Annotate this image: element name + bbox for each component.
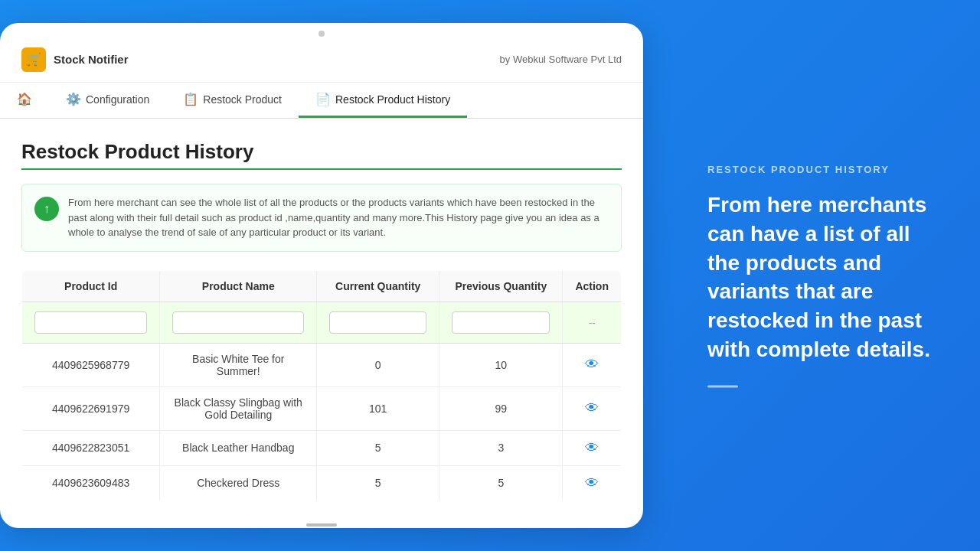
row-1-action: 👁 [563, 386, 622, 430]
row-3-col-1: Checkered Dress [160, 465, 317, 500]
col-product-id: Product Id [22, 270, 160, 302]
company-credit: by Webkul Software Pvt Ltd [500, 54, 622, 65]
row-1-col-2: 101 [317, 386, 439, 430]
home-icon: 🏠 [17, 92, 32, 106]
filter-current-qty-input[interactable] [329, 311, 426, 334]
filter-prev-qty-input[interactable] [452, 311, 550, 334]
row-2-col-0: 4409622823051 [22, 430, 160, 465]
drag-handle [318, 31, 325, 37]
tab-restock-product-label: Restock Product [203, 93, 282, 106]
info-text: From here merchant can see the whole lis… [68, 195, 609, 240]
main-content: Restock Product History ↑ From here merc… [0, 119, 643, 519]
tab-home[interactable]: 🏠 [0, 83, 49, 118]
tab-configuration-label: Configuration [86, 93, 149, 106]
table-row: 4409623609483Checkered Dress55👁 [22, 465, 622, 500]
col-prev-qty: Previous Quantity [439, 270, 563, 302]
tab-configuration[interactable]: ⚙️ Configuration [49, 83, 166, 118]
bottom-scroll [0, 519, 643, 528]
main-card: 🛒 Stock Notifier by Webkul Software Pvt … [0, 23, 643, 528]
nav-tabs: 🏠 ⚙️ Configuration 📋 Restock Product 📄 R… [0, 83, 643, 119]
scroll-thumb [306, 523, 337, 527]
row-3-col-2: 5 [317, 465, 439, 500]
filter-product-name[interactable] [160, 302, 317, 343]
table-row: 4409622691979Black Classy Slingbag with … [22, 386, 622, 430]
row-1-col-3: 99 [439, 386, 563, 430]
restock-icon: 📋 [183, 92, 198, 106]
page-wrapper: 🛒 Stock Notifier by Webkul Software Pvt … [0, 0, 980, 551]
col-current-qty: Current Quantity [317, 270, 439, 302]
config-icon: ⚙️ [66, 92, 81, 106]
right-panel-divider [707, 385, 738, 387]
info-icon: ↑ [34, 197, 59, 221]
filter-row: -- [22, 302, 622, 343]
app-branding: 🛒 Stock Notifier [21, 47, 129, 72]
filter-current-qty[interactable] [317, 302, 439, 343]
right-panel: RESTOCK PRODUCT HISTORY From here mercha… [674, 133, 980, 419]
filter-action-placeholder: -- [589, 317, 596, 328]
tab-restock-product[interactable]: 📋 Restock Product [166, 83, 299, 118]
app-icon-emoji: 🛒 [26, 52, 41, 67]
row-0-col-0: 4409625968779 [22, 343, 160, 386]
col-product-name: Product Name [160, 270, 317, 302]
right-panel-label: RESTOCK PRODUCT HISTORY [707, 164, 946, 175]
row-3-col-0: 4409623609483 [22, 465, 160, 500]
view-icon[interactable]: 👁 [585, 357, 599, 372]
row-0-col-3: 10 [439, 343, 563, 386]
row-2-col-1: Black Leather Handbag [160, 430, 317, 465]
row-3-col-3: 5 [439, 465, 563, 500]
tab-restock-product-history-label: Restock Product History [335, 93, 450, 106]
table-header-row: Product Id Product Name Current Quantity… [22, 270, 622, 302]
row-0-col-2: 0 [317, 343, 439, 386]
filter-product-id[interactable] [22, 302, 160, 343]
row-0-col-1: Basic White Tee for Summer! [160, 343, 317, 386]
row-3-action: 👁 [563, 465, 622, 500]
filter-action: -- [563, 302, 622, 343]
row-0-action: 👁 [563, 343, 622, 386]
top-bar: 🛒 Stock Notifier by Webkul Software Pvt … [0, 37, 643, 83]
row-1-col-1: Black Classy Slingbag with Gold Detailin… [160, 386, 317, 430]
table-row: 4409622823051Black Leather Handbag53👁 [22, 430, 622, 465]
filter-product-name-input[interactable] [172, 311, 304, 334]
view-icon[interactable]: 👁 [585, 475, 599, 491]
page-title: Restock Product History [21, 140, 622, 164]
app-icon: 🛒 [21, 47, 46, 72]
history-icon: 📄 [315, 92, 331, 106]
view-icon[interactable]: 👁 [585, 440, 599, 455]
filter-product-id-input[interactable] [34, 311, 147, 334]
filter-prev-qty[interactable] [439, 302, 563, 343]
tab-restock-product-history[interactable]: 📄 Restock Product History [299, 83, 467, 118]
row-2-action: 👁 [563, 430, 622, 465]
info-box: ↑ From here merchant can see the whole l… [21, 184, 622, 252]
col-action: Action [563, 270, 622, 302]
view-icon[interactable]: 👁 [585, 400, 599, 416]
row-1-col-0: 4409622691979 [22, 386, 160, 430]
right-panel-description: From here merchants can have a list of a… [707, 191, 946, 364]
title-underline [21, 168, 622, 170]
row-2-col-2: 5 [317, 430, 439, 465]
row-2-col-3: 3 [439, 430, 563, 465]
product-history-table: Product Id Product Name Current Quantity… [21, 270, 622, 501]
app-title: Stock Notifier [54, 53, 129, 66]
table-row: 4409625968779Basic White Tee for Summer!… [22, 343, 622, 386]
